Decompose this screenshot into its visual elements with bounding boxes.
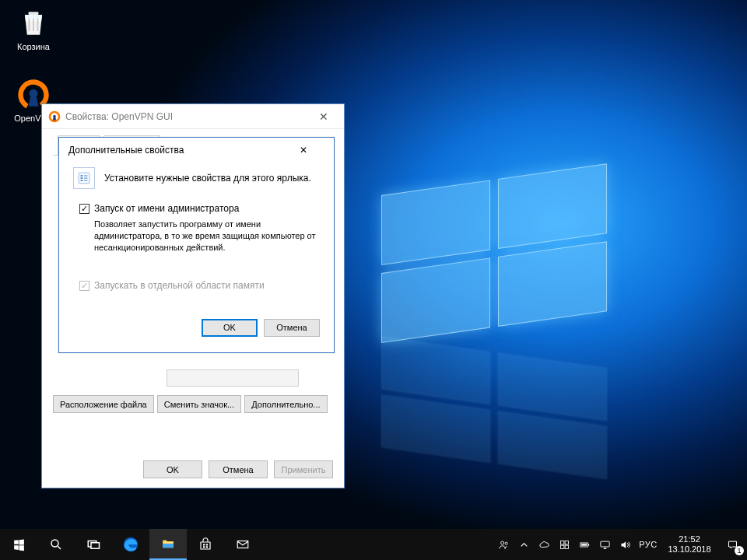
mail-icon	[236, 537, 250, 551]
svg-rect-24	[600, 541, 608, 547]
svg-rect-13	[206, 546, 208, 548]
svg-rect-22	[587, 544, 588, 546]
apply-button: Применить	[274, 460, 333, 478]
tray-action-center[interactable]: 1	[717, 529, 747, 560]
run-as-admin-description: Позволяет запустить программу от имени а…	[94, 219, 320, 254]
edge-icon	[122, 536, 139, 553]
svg-rect-0	[29, 12, 39, 15]
separate-memory-label: Запускать в отдельной области памяти	[94, 280, 265, 291]
wallpaper-windows-logo	[381, 163, 615, 351]
battery-icon	[579, 539, 591, 551]
window-title: Свойства: OpenVPN GUI	[65, 111, 303, 122]
taskbar: РУС 21:52 13.10.2018 1	[0, 529, 747, 560]
file-location-button[interactable]: Расположение файла	[53, 395, 154, 413]
svg-rect-19	[560, 545, 563, 548]
svg-rect-17	[560, 541, 563, 544]
desktop-icon-recycle-bin[interactable]: Корзина	[6, 6, 61, 51]
store-icon	[198, 537, 212, 551]
tray-volume[interactable]	[615, 529, 635, 560]
tray-battery[interactable]	[574, 529, 594, 560]
close-button[interactable]: ✕	[300, 140, 329, 160]
tray-vm-tools[interactable]	[554, 529, 574, 560]
people-icon	[498, 539, 510, 551]
dialog-titlebar[interactable]: Дополнительные свойства ✕	[59, 138, 334, 163]
clock-time: 21:52	[679, 534, 700, 544]
svg-rect-14	[237, 541, 248, 548]
recycle-bin-icon	[16, 6, 51, 40]
close-icon: ✕	[319, 110, 328, 123]
wallpaper-windows-logo-reflection	[381, 336, 615, 488]
close-button[interactable]: ✕	[308, 107, 339, 126]
separate-memory-checkbox	[79, 281, 89, 291]
svg-rect-10	[203, 544, 205, 545]
search-icon	[49, 537, 63, 551]
chevron-up-icon	[518, 539, 530, 551]
clock-date: 13.10.2018	[668, 544, 710, 555]
taskbar-app-edge[interactable]	[112, 529, 149, 560]
ok-button[interactable]: OK	[143, 460, 202, 478]
taskbar-app-explorer[interactable]	[149, 529, 187, 560]
svg-point-15	[500, 541, 503, 544]
cancel-button[interactable]: Отмена	[209, 460, 268, 478]
taskbar-taskview[interactable]	[75, 529, 112, 560]
tray-people[interactable]	[493, 529, 514, 560]
tray-clock[interactable]: 21:52 13.10.2018	[661, 529, 717, 560]
svg-rect-8	[91, 543, 100, 549]
advanced-properties-dialog: Дополнительные свойства ✕ Установите нуж…	[58, 137, 335, 353]
tray-onedrive[interactable]	[534, 529, 554, 560]
file-explorer-icon	[161, 537, 175, 551]
close-icon: ✕	[300, 145, 329, 156]
svg-rect-18	[565, 541, 568, 544]
ok-button[interactable]: OK	[202, 319, 258, 337]
dialog-instruction: Установите нужные свойства для этого ярл…	[104, 173, 311, 184]
advanced-button[interactable]: Дополнительно...	[244, 395, 327, 413]
notification-badge: 1	[735, 546, 744, 555]
openvpn-small-icon	[48, 110, 61, 123]
tray-overflow[interactable]	[514, 529, 534, 560]
desktop-icon-label: Корзина	[6, 42, 61, 51]
run-as-admin-label[interactable]: Запуск от имени администратора	[94, 203, 239, 214]
tray-network[interactable]	[594, 529, 615, 560]
titlebar[interactable]: Свойства: OpenVPN GUI ✕	[42, 104, 344, 129]
dialog-title: Дополнительные свойства	[68, 145, 300, 156]
cloud-icon	[538, 539, 550, 551]
svg-rect-11	[206, 544, 208, 545]
svg-point-6	[51, 540, 58, 547]
boxes-icon	[559, 539, 570, 551]
task-view-icon	[86, 537, 100, 551]
svg-point-16	[505, 542, 507, 544]
taskbar-app-store[interactable]	[187, 529, 224, 560]
network-icon	[599, 539, 611, 551]
svg-rect-12	[203, 546, 205, 548]
properties-icon	[73, 167, 95, 189]
volume-icon	[619, 539, 631, 551]
run-as-admin-checkbox[interactable]	[79, 204, 89, 214]
start-button[interactable]	[0, 529, 37, 560]
taskbar-app-mail[interactable]	[224, 529, 261, 560]
tray-language[interactable]: РУС	[635, 529, 661, 560]
taskbar-search[interactable]	[37, 529, 75, 560]
windows-logo-icon	[12, 538, 26, 551]
shortcut-field-placeholder	[167, 369, 299, 387]
cancel-button[interactable]: Отмена	[264, 319, 320, 337]
svg-rect-23	[581, 544, 587, 546]
change-icon-button[interactable]: Сменить значок...	[157, 395, 242, 413]
svg-rect-20	[565, 545, 568, 548]
